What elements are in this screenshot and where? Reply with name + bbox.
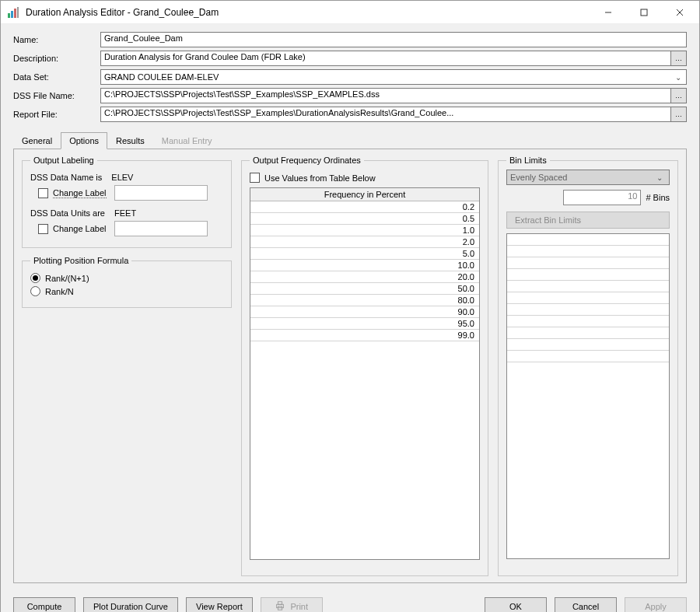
output-labeling-legend: Output Labeling [30, 156, 97, 165]
change-label-units-input[interactable] [114, 221, 208, 236]
print-button: Print [261, 597, 323, 612]
tab-strip: General Options Results Manual Entry [13, 131, 687, 149]
bin-count-input[interactable]: 10 [563, 190, 641, 205]
bin-row[interactable] [507, 327, 669, 339]
bin-row[interactable] [507, 281, 669, 292]
freq-row[interactable]: 80.0 [250, 295, 479, 306]
radio-rank-n-label[interactable]: Rank/N [45, 287, 74, 296]
name-input[interactable]: Grand_Coulee_Dam [100, 32, 687, 47]
plotting-position-legend: Plotting Position Formula [30, 256, 131, 265]
dssfile-label: DSS File Name: [13, 91, 100, 100]
options-left-column: Output Labeling DSS Data Name is ELEV Ch… [22, 156, 232, 576]
freq-row[interactable]: 0.2 [250, 201, 479, 213]
frequency-table[interactable]: Frequency in Percent 0.2 0.5 1.0 2.0 5.0… [250, 187, 480, 560]
svg-rect-9 [278, 602, 282, 605]
freq-row[interactable]: 50.0 [250, 283, 479, 295]
change-label-name-checkbox[interactable] [38, 188, 48, 198]
chevron-down-icon: ⌄ [653, 173, 666, 182]
bin-row[interactable] [507, 257, 669, 269]
plotting-position-group: Plotting Position Formula Rank/(N+1) Ran… [22, 256, 232, 308]
reportfile-input[interactable]: C:\PROJECTS\SSP\Projects\Test\SSP_Exampl… [100, 107, 671, 122]
radio-rank-n1-label[interactable]: Rank/(N+1) [45, 274, 89, 283]
use-values-checkbox[interactable] [250, 173, 260, 183]
frequency-table-empty [250, 341, 479, 559]
bin-count-label: # Bins [646, 193, 670, 202]
minimize-button[interactable] [590, 1, 626, 24]
output-labeling-group: Output Labeling DSS Data Name is ELEV Ch… [22, 156, 232, 248]
tab-body-options: Output Labeling DSS Data Name is ELEV Ch… [13, 149, 687, 583]
bin-limits-table[interactable] [506, 233, 670, 559]
freq-row[interactable]: 90.0 [250, 306, 479, 318]
footer: Compute Plot Duration Curve View Report … [1, 591, 699, 612]
bin-mode-select[interactable]: Evenly Spaced ⌄ [506, 170, 670, 185]
dataset-label: Data Set: [13, 72, 100, 82]
freq-row[interactable]: 10.0 [250, 260, 479, 271]
reportfile-label: Report File: [13, 110, 100, 119]
dss-data-name-label: DSS Data Name is [30, 173, 102, 182]
svg-rect-0 [8, 13, 10, 18]
description-input[interactable]: Duration Analysis for Grand Coulee Dam (… [100, 51, 671, 66]
radio-rank-n[interactable] [30, 286, 40, 296]
description-label: Description: [13, 54, 100, 63]
dssfile-browse-button[interactable]: … [671, 88, 687, 103]
tab-options[interactable]: Options [61, 132, 107, 149]
app-icon [7, 6, 19, 19]
bin-row[interactable] [507, 292, 669, 304]
reportfile-browse-button[interactable]: … [671, 107, 687, 122]
freq-row[interactable]: 5.0 [250, 248, 479, 260]
freq-row[interactable]: 2.0 [250, 236, 479, 248]
options-right-column: Bin Limits Evenly Spaced ⌄ 10 # Bins Ext… [498, 156, 678, 576]
bin-row[interactable] [507, 246, 669, 257]
cancel-button[interactable]: Cancel [555, 597, 617, 612]
maximize-button[interactable] [626, 1, 662, 24]
printer-icon [275, 600, 285, 612]
change-label-units-checkbox[interactable] [38, 224, 48, 234]
bin-row[interactable] [507, 351, 669, 362]
dataset-select[interactable]: GRAND COULEE DAM-ELEV ⌄ [100, 69, 687, 85]
tab-results[interactable]: Results [107, 132, 153, 149]
freq-row[interactable]: 0.5 [250, 213, 479, 225]
options-mid-column: Output Frequency Ordinates Use Values fr… [241, 156, 488, 576]
svg-rect-5 [641, 9, 647, 16]
plot-duration-curve-button[interactable]: Plot Duration Curve [83, 597, 178, 612]
dssfile-input[interactable]: C:\PROJECTS\SSP\Projects\Test\SSP_Exampl… [100, 88, 671, 103]
compute-button[interactable]: Compute [13, 597, 75, 612]
freq-row[interactable]: 1.0 [250, 225, 479, 236]
window-title: Duration Analysis Editor - Grand_Coulee_… [26, 7, 590, 18]
titlebar: Duration Analysis Editor - Grand_Coulee_… [1, 1, 699, 24]
bin-limits-legend: Bin Limits [506, 156, 550, 165]
freq-row[interactable]: 20.0 [250, 271, 479, 283]
freq-row[interactable]: 99.0 [250, 330, 479, 341]
radio-rank-n1[interactable] [30, 273, 40, 283]
change-label-name-text[interactable]: Change Label [53, 188, 107, 198]
bin-row[interactable] [507, 316, 669, 327]
view-report-button[interactable]: View Report [186, 597, 253, 612]
freq-row[interactable]: 95.0 [250, 318, 479, 330]
bin-row[interactable] [507, 339, 669, 351]
bin-row[interactable] [507, 234, 669, 246]
frequency-header: Frequency in Percent [250, 188, 479, 201]
change-label-units-text[interactable]: Change Label [53, 224, 107, 233]
name-label: Name: [13, 35, 100, 44]
output-frequency-group: Output Frequency Ordinates Use Values fr… [241, 156, 488, 576]
bin-row[interactable] [507, 304, 669, 316]
ok-button[interactable]: OK [485, 597, 547, 612]
svg-rect-3 [17, 7, 19, 18]
svg-rect-1 [11, 11, 13, 18]
app-window: Duration Analysis Editor - Grand_Coulee_… [0, 0, 700, 612]
apply-button: Apply [625, 597, 687, 612]
bin-row[interactable] [507, 269, 669, 281]
output-frequency-legend: Output Frequency Ordinates [250, 156, 364, 165]
tab-general[interactable]: General [13, 132, 61, 149]
bin-limits-group: Bin Limits Evenly Spaced ⌄ 10 # Bins Ext… [498, 156, 678, 576]
dss-data-units-value: FEET [114, 208, 136, 218]
use-values-label[interactable]: Use Values from Table Below [264, 173, 376, 183]
dss-data-name-value: ELEV [111, 173, 133, 182]
bin-row[interactable] [507, 362, 669, 374]
change-label-name-input[interactable] [114, 185, 208, 201]
content-area: Name: Grand_Coulee_Dam Description: Dura… [1, 24, 699, 591]
close-button[interactable] [662, 1, 698, 24]
description-browse-button[interactable]: … [671, 51, 687, 66]
dataset-value: GRAND COULEE DAM-ELEV [104, 72, 219, 82]
tab-manual-entry: Manual Entry [153, 132, 221, 149]
